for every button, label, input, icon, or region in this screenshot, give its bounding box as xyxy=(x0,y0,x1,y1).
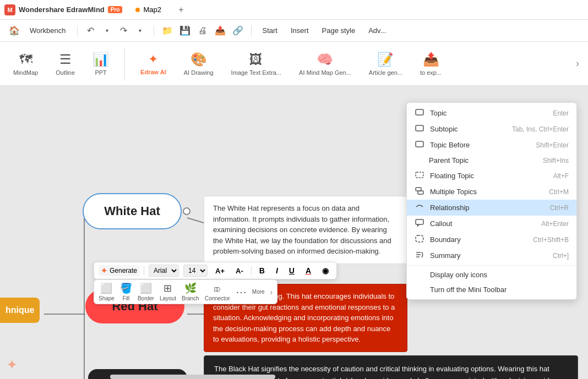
subtopic-shortcut: Tab, Ins, Ctrl+Enter xyxy=(512,125,569,133)
menu-item-floating-topic[interactable]: Floating Topic Alt+F xyxy=(407,168,576,184)
share-icon[interactable]: 🔗 xyxy=(230,23,246,39)
menu-item-topic-before[interactable]: Topic Before Shift+Enter xyxy=(407,137,576,153)
redo-dropdown[interactable]: ▾ xyxy=(133,23,148,39)
svg-line-21 xyxy=(422,255,423,257)
font-color-button[interactable]: A xyxy=(302,265,314,276)
undo-button[interactable]: ↶ xyxy=(83,23,99,39)
shape-button[interactable]: ⬜ Shape xyxy=(99,282,115,301)
bold-button[interactable]: B xyxy=(256,265,268,276)
menu-item-boundary[interactable]: Boundary Ctrl+Shift+B xyxy=(407,232,576,248)
summary-shortcut: Ctrl+] xyxy=(553,252,569,260)
print-icon[interactable]: 🖨 xyxy=(195,23,210,39)
outline-ribbon-item[interactable]: ☰ Outline xyxy=(51,48,79,79)
topic-before-label: Topic Before xyxy=(430,141,530,149)
generate-icon: ✦ xyxy=(101,266,107,275)
ppt-icon: 📊 xyxy=(92,52,109,67)
subtopic-icon xyxy=(415,124,424,134)
fill-button[interactable]: 🪣 Fill xyxy=(120,282,132,301)
menu-item-turn-off-toolbar[interactable]: Turn off the Mini Toolbar xyxy=(407,282,576,297)
start-menu[interactable]: Start xyxy=(257,24,283,37)
border-button[interactable]: ⬜ Border xyxy=(138,282,154,301)
canvas[interactable]: hnique White Hat Red Hat Black Hat The W… xyxy=(0,86,588,379)
save-icon[interactable]: 💾 xyxy=(177,23,193,39)
brand-name: Wondershare EdrawMind xyxy=(19,6,105,14)
display-icons-label: Display only icons xyxy=(430,271,569,279)
node-connector-pin[interactable] xyxy=(183,207,190,215)
menu-item-relationship[interactable]: Relationship Ctrl+R xyxy=(407,200,576,216)
toolbar-expand-button[interactable]: › xyxy=(270,288,273,296)
ai-drawing-label: AI Drawing xyxy=(184,69,214,76)
article-gen-ribbon-item[interactable]: 📝 Article gen... xyxy=(364,48,407,79)
watermark-icon: ✦ xyxy=(7,358,17,372)
edraw-ai-label: Edraw AI xyxy=(140,69,166,75)
topic-before-icon xyxy=(415,140,424,150)
menu-item-display-icons[interactable]: Display only icons xyxy=(407,267,576,282)
ai-mindmap-ribbon-item[interactable]: 🧠 AI Mind Map Gen... xyxy=(295,48,356,79)
menu-item-callout[interactable]: Callout Alt+Enter xyxy=(407,216,576,232)
article-gen-icon: 📝 xyxy=(377,52,394,67)
menu-item-parent-topic[interactable]: Parent Topic Shift+Ins xyxy=(407,153,576,168)
menu-item-subtopic[interactable]: Subtopic Tab, Ins, Ctrl+Enter xyxy=(407,121,576,137)
fill-icon: 🪣 xyxy=(120,282,132,294)
svg-rect-15 xyxy=(416,219,423,224)
menu-item-topic[interactable]: Topic Enter xyxy=(407,105,576,121)
ppt-ribbon-item[interactable]: 📊 PPT xyxy=(88,48,113,79)
workbench-menu[interactable]: Workbench xyxy=(24,24,72,37)
adv-menu[interactable]: Adv... xyxy=(363,24,391,37)
page-style-menu[interactable]: Page style xyxy=(317,24,361,37)
ai-drawing-ribbon-item[interactable]: 🎨 AI Drawing xyxy=(179,48,218,79)
new-tab-button[interactable]: + xyxy=(175,3,188,17)
menu-separator xyxy=(77,25,78,36)
article-gen-label: Article gen... xyxy=(369,69,402,76)
context-menu-separator xyxy=(407,265,576,266)
home-icon[interactable]: 🏠 xyxy=(7,23,22,39)
brand: M Wondershare EdrawMind Pro xyxy=(4,4,122,15)
edraw-ai-ribbon-item[interactable]: ✦ Edraw AI xyxy=(136,49,171,79)
callout-shortcut: Alt+Enter xyxy=(541,220,569,228)
mindmap-ribbon-item[interactable]: 🗺 MindMap xyxy=(9,48,42,79)
tab-map2[interactable]: Map2 xyxy=(129,3,168,16)
svg-rect-12 xyxy=(416,188,421,191)
font-size-select[interactable]: 14 xyxy=(183,265,208,277)
connector-button[interactable]: ⎄ Connector xyxy=(205,283,230,301)
highlight-button[interactable]: ◉ xyxy=(319,265,332,276)
font-select[interactable]: Arial xyxy=(149,265,179,277)
white-hat-node[interactable]: White Hat xyxy=(83,193,182,229)
menu-bar: 🏠 Workbench ↶ ▾ ↷ ▾ 📁 💾 🖨 📤 🔗 Start Inse… xyxy=(0,20,588,42)
mindmap-icon: 🗺 xyxy=(19,52,32,67)
italic-button[interactable]: I xyxy=(273,265,281,276)
horizontal-scrollbar[interactable] xyxy=(110,375,275,379)
menu-item-multiple-topics[interactable]: Multiple Topics Ctrl+M xyxy=(407,184,576,200)
branch-icon: 🌿 xyxy=(184,282,197,294)
decrease-font-button[interactable]: A- xyxy=(232,266,247,276)
multiple-topics-shortcut: Ctrl+M xyxy=(549,188,569,196)
generate-button[interactable]: ✦ Generate xyxy=(99,265,139,276)
redo-button[interactable]: ↷ xyxy=(116,23,132,39)
svg-rect-16 xyxy=(416,235,423,242)
floating-topic-label: Floating Topic xyxy=(430,172,548,180)
folder-icon[interactable]: 📁 xyxy=(160,23,175,39)
menu-item-summary[interactable]: Summary Ctrl+] xyxy=(407,248,576,263)
watermark: ✦ xyxy=(7,358,17,372)
more-dots-button[interactable]: ⋯ xyxy=(236,285,247,299)
image-text-ribbon-item[interactable]: 🖼 Image Text Extra... xyxy=(227,48,286,79)
ribbon-collapse-button[interactable]: › xyxy=(576,58,579,69)
topic-icon xyxy=(415,108,424,118)
underline-button[interactable]: U xyxy=(286,265,298,276)
more-button[interactable]: More xyxy=(252,289,265,295)
branch-button[interactable]: 🌿 Branch xyxy=(182,282,199,301)
insert-menu[interactable]: Insert xyxy=(285,24,314,37)
to-exp-ribbon-item[interactable]: 📤 to exp... xyxy=(416,48,446,79)
toolbar-separator xyxy=(144,266,144,275)
edraw-ai-icon: ✦ xyxy=(148,52,158,67)
left-partial-node[interactable]: hnique xyxy=(0,298,40,323)
tab-dot xyxy=(135,8,140,12)
image-text-label: Image Text Extra... xyxy=(231,69,282,76)
subtopic-label: Subtopic xyxy=(430,125,507,133)
undo-dropdown[interactable]: ▾ xyxy=(100,23,115,39)
layout-button[interactable]: ⊞ Layout xyxy=(160,282,176,301)
border-icon: ⬜ xyxy=(140,282,152,294)
summary-label: Summary xyxy=(430,251,547,260)
export-icon[interactable]: 📤 xyxy=(213,23,228,39)
increase-font-button[interactable]: A+ xyxy=(212,266,228,276)
